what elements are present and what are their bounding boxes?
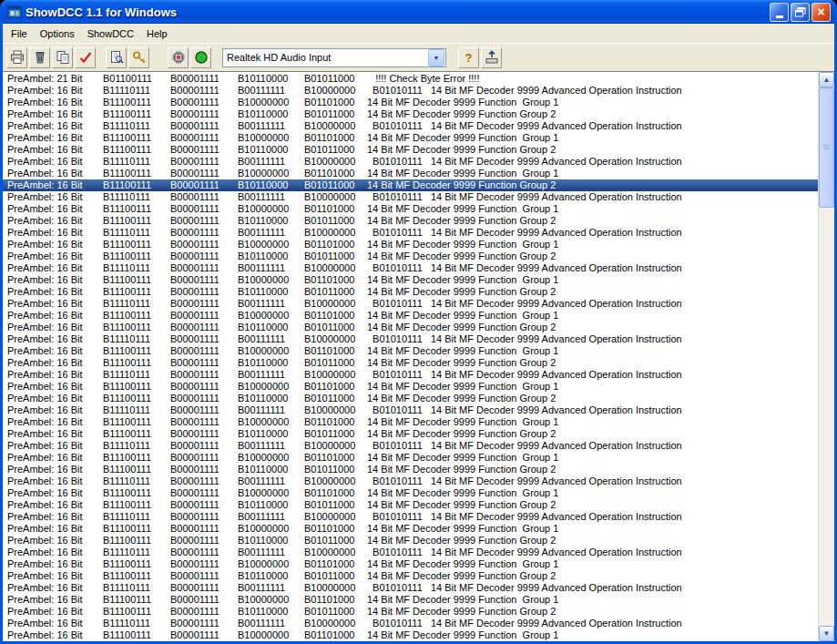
list-row[interactable]: PreAmbel: 16 BitB11100111B00001111B10110… (3, 108, 818, 120)
list-row[interactable]: PreAmbel: 16 BitB11100111B00001111B10110… (3, 606, 818, 618)
list-row[interactable]: PreAmbel: 16 BitB11110111B00001111B00111… (3, 120, 818, 132)
list-row[interactable]: PreAmbel: 16 BitB11110111B00001111B00111… (3, 298, 818, 310)
description-cell: 14 Bit MF Decoder 9999 Function Group 1 (367, 629, 818, 641)
list-row[interactable]: PreAmbel: 16 BitB11110111B00001111B00111… (3, 156, 818, 168)
description-cell: B01010111 14 Bit MF Decoder 9999 Advance… (367, 333, 818, 345)
copy-button[interactable] (52, 47, 73, 68)
delete-button[interactable] (29, 47, 50, 68)
byte-cell: B01101000 (304, 132, 367, 144)
print-button[interactable] (6, 47, 27, 68)
record-button[interactable] (190, 47, 211, 68)
byte-cell: B00001111 (170, 262, 238, 274)
byte-cell: B10000000 (238, 629, 304, 641)
list-row[interactable]: PreAmbel: 16 BitB11100111B00001111B10110… (3, 357, 818, 369)
help-button[interactable]: ? (458, 47, 479, 68)
list-row[interactable]: PreAmbel: 16 BitB11110111B00001111B00111… (3, 369, 818, 381)
menu-help[interactable]: Help (140, 26, 174, 41)
list-row[interactable]: PreAmbel: 16 BitB11100111B00001111B10110… (3, 499, 818, 511)
list-row[interactable]: PreAmbel: 16 BitB11110111B00001111B00111… (3, 618, 818, 629)
description-cell: 14 Bit MF Decoder 9999 Function Group 2 (367, 250, 818, 262)
byte-cell: B11100111 (103, 239, 170, 250)
scroll-up-button[interactable]: ▲ (819, 72, 834, 87)
byte-cell: B11110111 (103, 618, 170, 629)
list-row[interactable]: PreAmbel: 16 BitB11100111B00001111B10000… (3, 558, 818, 570)
list-row[interactable]: PreAmbel: 16 BitB11100111B00001111B10110… (3, 464, 818, 475)
byte-cell: B00001111 (170, 629, 238, 641)
list-row[interactable]: PreAmbel: 16 BitB11100111B00001111B10000… (3, 97, 818, 108)
list-row[interactable]: PreAmbel: 16 BitB11100111B00001111B10000… (3, 345, 818, 357)
verify-button[interactable] (75, 47, 96, 68)
chip-button[interactable] (168, 47, 189, 68)
description-cell: 14 Bit MF Decoder 9999 Function Group 1 (367, 310, 818, 322)
byte-cell: B00001111 (170, 191, 238, 203)
list-row[interactable]: PreAmbel: 16 BitB11100111B00001111B10000… (3, 487, 818, 499)
byte-cell: B11100111 (103, 179, 170, 191)
list-row[interactable]: PreAmbel: 16 BitB11100111B00001111B10110… (3, 428, 818, 440)
list-row[interactable]: PreAmbel: 16 BitB11100111B00001111B10110… (3, 144, 818, 156)
byte-cell: B11100111 (103, 357, 170, 369)
list-row[interactable]: PreAmbel: 16 BitB11110111B00001111B00111… (3, 547, 818, 558)
description-cell: B01010111 14 Bit MF Decoder 9999 Advance… (367, 547, 818, 558)
list-row[interactable]: PreAmbel: 16 BitB11100111B00001111B10000… (3, 629, 818, 641)
byte-cell: B11110111 (103, 333, 170, 345)
list-row[interactable]: PreAmbel: 16 BitB11100111B00001111B10110… (3, 535, 818, 547)
byte-cell: B00001111 (170, 227, 238, 239)
description-cell: 14 Bit MF Decoder 9999 Function Group 1 (367, 558, 818, 570)
list-row[interactable]: PreAmbel: 16 BitB11100111B00001111B10000… (3, 381, 818, 393)
byte-cell: B00001111 (170, 333, 238, 345)
list-row[interactable]: PreAmbel: 16 BitB11110111B00001111B00111… (3, 440, 818, 452)
byte-cell: B11100111 (103, 416, 170, 428)
menu-options[interactable]: Options (34, 26, 81, 41)
preambel-cell: PreAmbel: 16 Bit (3, 274, 103, 286)
byte-cell: B10000000 (304, 262, 367, 274)
list-row[interactable]: PreAmbel: 16 BitB11110111B00001111B00111… (3, 333, 818, 345)
key-button[interactable] (128, 47, 149, 68)
list-row[interactable]: PreAmbel: 16 BitB11110111B00001111B00111… (3, 262, 818, 274)
list-row[interactable]: PreAmbel: 21 BitB01100111B00001111B10110… (3, 73, 818, 85)
byte-cell: B10000000 (238, 558, 304, 570)
scrollbar-track[interactable] (819, 87, 834, 626)
list-row[interactable]: PreAmbel: 16 BitB11100111B00001111B10000… (3, 274, 818, 286)
list-row[interactable]: PreAmbel: 16 BitB11100111B00001111B10110… (3, 286, 818, 298)
list-row[interactable]: PreAmbel: 16 BitB11100111B00001111B10110… (3, 393, 818, 404)
list-row[interactable]: PreAmbel: 16 BitB11100111B00001111B10000… (3, 594, 818, 606)
menu-showdcc[interactable]: ShowDCC (81, 26, 140, 41)
list-row[interactable]: PreAmbel: 16 BitB11110111B00001111B00111… (3, 191, 818, 203)
audio-input-select[interactable]: Realtek HD Audio Input ▼ (222, 48, 446, 67)
list-row[interactable]: PreAmbel: 16 BitB11100111B00001111B10000… (3, 416, 818, 428)
search-document-icon (109, 50, 124, 65)
list-row[interactable]: PreAmbel: 16 BitB11100111B00001111B10000… (3, 310, 818, 322)
byte-cell: B00001111 (170, 475, 238, 487)
vertical-scrollbar[interactable]: ▲ ▼ (818, 72, 834, 641)
list-row[interactable]: PreAmbel: 16 BitB11110111B00001111B00111… (3, 404, 818, 416)
list-row[interactable]: PreAmbel: 16 BitB11100111B00001111B10110… (3, 215, 818, 227)
list-row[interactable]: PreAmbel: 16 BitB11110111B00001111B00111… (3, 85, 818, 97)
list-row[interactable]: PreAmbel: 16 BitB11100111B00001111B10000… (3, 168, 818, 179)
list-row[interactable]: PreAmbel: 16 BitB11100111B00001111B10110… (3, 322, 818, 333)
list-row[interactable]: PreAmbel: 16 BitB11100111B00001111B10110… (3, 179, 818, 191)
decoder-log-list: PreAmbel: 21 BitB01100111B00001111B10110… (3, 72, 818, 641)
list-row[interactable]: PreAmbel: 16 BitB11100111B00001111B10000… (3, 203, 818, 215)
menu-file[interactable]: File (5, 26, 34, 41)
minimize-button[interactable] (770, 3, 789, 22)
list-row[interactable]: PreAmbel: 16 BitB11110111B00001111B00111… (3, 227, 818, 239)
close-button[interactable]: × (811, 3, 831, 22)
list-row[interactable]: PreAmbel: 16 BitB11110111B00001111B00111… (3, 475, 818, 487)
list-row[interactable]: PreAmbel: 16 BitB11110111B00001111B00111… (3, 582, 818, 594)
scrollbar-thumb[interactable] (819, 87, 834, 208)
upload-button[interactable] (481, 47, 502, 68)
chevron-down-icon[interactable]: ▼ (428, 49, 444, 66)
list-row[interactable]: PreAmbel: 16 BitB11100111B00001111B10000… (3, 452, 818, 464)
list-row[interactable]: PreAmbel: 16 BitB11100111B00001111B10110… (3, 250, 818, 262)
preambel-cell: PreAmbel: 16 Bit (3, 594, 103, 606)
restore-button[interactable] (791, 3, 810, 22)
scroll-down-button[interactable]: ▼ (819, 626, 834, 641)
list-row[interactable]: PreAmbel: 16 BitB11100111B00001111B10110… (3, 570, 818, 582)
description-cell: 14 Bit MF Decoder 9999 Function Group 1 (367, 594, 818, 606)
list-row[interactable]: PreAmbel: 16 BitB11100111B00001111B10000… (3, 523, 818, 535)
list-row[interactable]: PreAmbel: 16 BitB11100111B00001111B10000… (3, 132, 818, 144)
list-row[interactable]: PreAmbel: 16 BitB11100111B00001111B10000… (3, 239, 818, 250)
search-button[interactable] (106, 47, 127, 68)
list-row[interactable]: PreAmbel: 16 BitB11110111B00001111B00111… (3, 511, 818, 523)
byte-cell: B10000000 (304, 298, 367, 310)
